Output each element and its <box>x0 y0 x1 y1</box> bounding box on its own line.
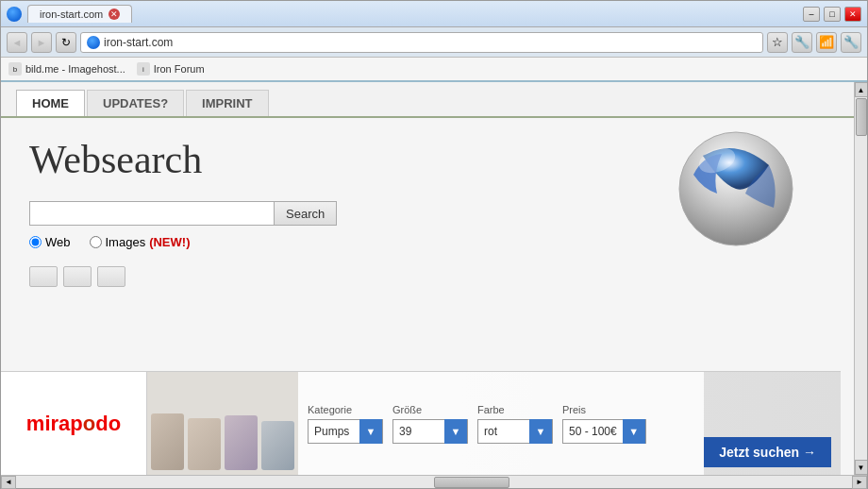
scroll-right-button[interactable]: ► <box>852 476 867 489</box>
filter-groesse-arrow[interactable]: ▼ <box>444 419 467 444</box>
filter-kategorie-arrow[interactable]: ▼ <box>359 419 382 444</box>
scroll-up-button[interactable]: ▲ <box>855 82 868 97</box>
scrollbar-bottom: ◄ ► <box>1 475 867 488</box>
bookmark-bild[interactable]: b bild.me - Imagehost... <box>8 62 125 76</box>
site-main: Websearch Search Web <box>1 118 854 475</box>
scroll-left-button[interactable]: ◄ <box>1 476 16 489</box>
shoe-1 <box>151 413 184 470</box>
web-radio[interactable]: Web <box>29 235 71 249</box>
back-button[interactable]: ◄ <box>7 32 27 53</box>
address-row: ◄ ► ↻ iron-start.com ☆ 🔧 📶 🔧 <box>1 27 867 58</box>
search-button[interactable]: Search <box>275 201 337 226</box>
small-button-1[interactable] <box>29 266 58 287</box>
tab-imprint[interactable]: IMPRINT <box>186 90 268 116</box>
shoe-images <box>147 372 298 475</box>
web-label: Web <box>45 235 71 249</box>
close-button[interactable]: ✕ <box>844 7 861 22</box>
filter-groesse: Größe 39 ▼ <box>392 404 468 444</box>
extensions-button[interactable]: 🔧 <box>792 32 812 53</box>
bookmark-button[interactable]: ☆ <box>767 32 788 53</box>
small-buttons-row <box>1 259 854 295</box>
tab-home[interactable]: HOME <box>16 90 85 116</box>
shoe-4 <box>261 421 294 470</box>
bookmark-iron-forum[interactable]: i Iron Forum <box>137 62 205 76</box>
search-input[interactable] <box>29 201 275 226</box>
small-button-2[interactable] <box>63 266 92 287</box>
bookmark-favicon-iron: i <box>137 62 150 76</box>
refresh-button[interactable]: ↻ <box>56 32 76 53</box>
scrollbar-right: ▲ ▼ <box>854 82 867 475</box>
bookmark-label-iron: Iron Forum <box>154 63 205 75</box>
filter-groesse-select[interactable]: 39 ▼ <box>392 419 468 444</box>
menu-button[interactable]: 🔧 <box>841 32 861 53</box>
filter-preis-label: Preis <box>562 404 646 415</box>
browser-tab[interactable]: iron-start.com ✕ <box>27 5 132 23</box>
images-radio[interactable]: Images (NEW!) <box>90 235 191 249</box>
scroll-track[interactable] <box>855 97 867 460</box>
bookmark-favicon-bild: b <box>8 62 22 76</box>
images-label: Images <box>106 235 146 249</box>
window-controls: – □ ✕ <box>803 7 861 22</box>
filter-kategorie-label: Kategorie <box>308 404 383 415</box>
filter-kategorie: Kategorie Pumps ▼ <box>308 404 383 444</box>
website: HOME UPDATES? IMPRINT <box>1 82 854 475</box>
filter-farbe-select[interactable]: rot ▼ <box>477 419 553 444</box>
scroll-h-thumb[interactable] <box>434 477 509 488</box>
filter-preis-arrow[interactable]: ▼ <box>623 419 645 444</box>
filter-section: Kategorie Pumps ▼ Größe 39 <box>298 372 704 475</box>
site-favicon <box>87 36 100 49</box>
browser-window: iron-start.com ✕ – □ ✕ ◄ ► ↻ iron-start.… <box>0 0 868 489</box>
shoe-2 <box>188 418 221 470</box>
filter-kategorie-value: Pumps <box>309 425 359 438</box>
small-button-3[interactable] <box>97 266 125 287</box>
title-bar: iron-start.com ✕ – □ ✕ <box>1 1 867 27</box>
tab-updates[interactable]: UPDATES? <box>87 90 184 116</box>
tab-close-button[interactable]: ✕ <box>108 8 120 20</box>
filter-preis-select[interactable]: 50 - 100€ ▼ <box>562 419 646 444</box>
address-bar[interactable]: iron-start.com <box>80 32 763 53</box>
maximize-button[interactable]: □ <box>824 7 841 22</box>
filter-row: Kategorie Pumps ▼ Größe 39 <box>308 404 694 444</box>
minimize-button[interactable]: – <box>803 7 820 22</box>
signal-button[interactable]: 📶 <box>816 32 837 53</box>
brand-text-main: mirapodo <box>26 412 121 436</box>
site-nav: HOME UPDATES? IMPRINT <box>1 82 854 118</box>
filter-farbe-label: Farbe <box>477 404 553 415</box>
filter-farbe: Farbe rot ▼ <box>477 404 553 444</box>
url-text: iron-start.com <box>104 36 173 49</box>
page-area: HOME UPDATES? IMPRINT <box>1 82 854 475</box>
bookmarks-bar: b bild.me - Imagehost... i Iron Forum <box>1 58 867 82</box>
filter-preis: Preis 50 - 100€ ▼ <box>562 404 646 444</box>
filter-kategorie-select[interactable]: Pumps ▼ <box>308 419 383 444</box>
logo-sphere <box>675 127 797 250</box>
filter-groesse-value: 39 <box>393 425 444 438</box>
scroll-down-button[interactable]: ▼ <box>855 460 868 475</box>
filter-farbe-value: rot <box>478 425 529 438</box>
ad-section: mirapodo Kategorie <box>1 371 841 475</box>
new-badge: (NEW!) <box>149 235 190 249</box>
filter-farbe-arrow[interactable]: ▼ <box>529 419 552 444</box>
filter-preis-value: 50 - 100€ <box>563 425 623 438</box>
scroll-thumb[interactable] <box>856 98 867 136</box>
bookmark-label-bild: bild.me - Imagehost... <box>25 63 125 75</box>
mirapodo-brand: mirapodo <box>1 372 147 475</box>
browser-icon <box>7 7 22 22</box>
jetzt-suchen-button[interactable]: Jetzt suchen → <box>704 437 831 467</box>
scroll-h-track[interactable] <box>16 476 852 488</box>
filter-groesse-label: Größe <box>392 404 468 415</box>
browser-content: HOME UPDATES? IMPRINT <box>1 82 867 475</box>
shoe-3 <box>225 415 258 470</box>
forward-button[interactable]: ► <box>31 32 52 53</box>
tab-label: iron-start.com <box>40 8 103 20</box>
